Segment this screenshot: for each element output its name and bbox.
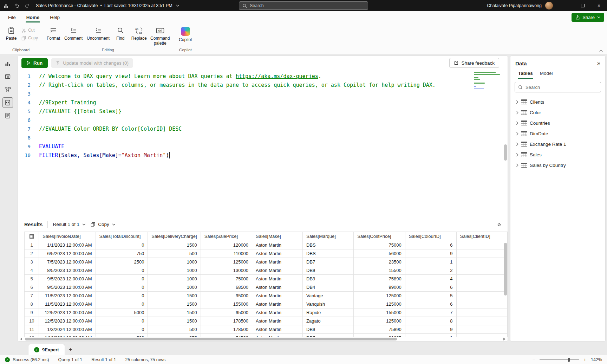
code-line[interactable]: // Right-click on tables, columns, or me… (39, 81, 508, 90)
chevron-right-icon[interactable] (516, 121, 518, 125)
cell[interactable]: 125000 (354, 317, 405, 325)
redo-icon[interactable] (25, 3, 30, 8)
minimize-button[interactable]: – (559, 0, 575, 11)
code-line[interactable]: // Welcome to DAX query view! Learn more… (39, 72, 508, 81)
chevron-right-icon[interactable] (516, 111, 518, 115)
cell[interactable]: 1/1/2023 12:00:00 AM (39, 241, 96, 249)
row-number[interactable]: 7 (25, 292, 39, 300)
cell[interactable]: Aston Martin (252, 292, 303, 300)
cell[interactable]: 95000 (201, 308, 252, 317)
cell[interactable]: Vanquish (303, 300, 354, 308)
cell[interactable]: 1/10/2024 12:00:00 AM (39, 334, 96, 337)
cell[interactable]: 1000 (148, 283, 201, 292)
row-number[interactable]: 3 (25, 258, 39, 266)
copilot-button[interactable]: Copilot (177, 24, 194, 43)
cell[interactable]: 0 (96, 241, 148, 249)
cell[interactable]: 1500 (148, 292, 201, 300)
cell[interactable]: 1 (405, 334, 456, 337)
cell[interactable]: Zagato (303, 317, 354, 325)
collapse-ribbon-button[interactable] (599, 50, 603, 52)
row-number[interactable]: 4 (25, 266, 39, 275)
cell[interactable]: DB9 (303, 266, 354, 275)
cell[interactable]: Aston Martin (252, 325, 303, 334)
dax-docs-link[interactable]: https://aka.ms/dax-queries (236, 73, 318, 79)
scroll-right-arrow[interactable] (503, 338, 505, 340)
cell[interactable]: 125000 (201, 258, 252, 266)
cell[interactable]: 500 (148, 325, 201, 334)
cell[interactable] (456, 300, 507, 308)
select-all-corner[interactable] (25, 232, 39, 241)
cell[interactable]: 1500 (148, 241, 201, 249)
close-button[interactable]: × (591, 0, 607, 11)
cell[interactable]: 11/5/2023 12:00:00 AM (39, 292, 96, 300)
collapse-results-button[interactable] (497, 222, 501, 227)
cell[interactable] (456, 292, 507, 300)
share-feedback-button[interactable]: Share feedback (449, 58, 499, 68)
cell[interactable]: 1500 (148, 308, 201, 317)
cell[interactable]: 7/5/2023 12:00:00 AM (39, 258, 96, 266)
query-tab-9expert[interactable]: ✓ 9Expert (28, 344, 65, 355)
cell[interactable]: 0 (96, 317, 148, 325)
data-table-item-clients[interactable]: Clients (513, 97, 603, 107)
cell[interactable]: 5 (405, 292, 456, 300)
row-number[interactable]: 10 (25, 317, 39, 325)
cell[interactable]: Aston Martin (252, 241, 303, 249)
cell[interactable]: 1000 (148, 266, 201, 275)
minimap[interactable] (474, 72, 502, 90)
results-vscroll-thumb[interactable] (504, 243, 507, 295)
cell[interactable]: 95000 (201, 292, 252, 300)
data-table-item-exchange-rate-1[interactable]: Exchange Rate 1 (513, 139, 603, 149)
cell[interactable]: 1500 (148, 317, 201, 325)
format-button[interactable]: Format (45, 24, 62, 42)
cell[interactable]: 1000 (148, 275, 201, 283)
ribbon-tab-home[interactable]: Home (21, 11, 45, 23)
column-header[interactable]: Sales[ColourID] (405, 232, 456, 241)
find-button[interactable]: Find (112, 24, 129, 42)
cell[interactable]: 31625 (354, 334, 405, 337)
cell[interactable]: Aston Martin (252, 317, 303, 325)
chevron-right-icon[interactable] (516, 153, 518, 157)
hscroll-thumb[interactable] (25, 338, 397, 340)
column-header[interactable]: Sales[ClientID] (456, 232, 507, 241)
cell[interactable]: 75890 (354, 325, 405, 334)
cell[interactable]: 56000 (354, 249, 405, 258)
cell[interactable]: 4 (405, 275, 456, 283)
cell[interactable]: 1500 (148, 300, 201, 308)
cell[interactable]: 6 (405, 241, 456, 249)
cell[interactable]: 0 (96, 300, 148, 308)
avatar[interactable] (545, 2, 553, 9)
cell[interactable]: 9 (405, 249, 456, 258)
cell[interactable] (456, 275, 507, 283)
dax-query-view-button[interactable] (2, 97, 13, 108)
cell[interactable]: 130000 (201, 266, 252, 275)
cell[interactable]: 75000 (201, 275, 252, 283)
cell[interactable]: DB7 (303, 258, 354, 266)
column-header[interactable]: Sales[InvoiceDate] (39, 232, 96, 241)
code-line[interactable]: EVALUATE (39, 142, 508, 151)
cell[interactable]: Aston Martin (252, 308, 303, 317)
column-header[interactable]: Sales[Make] (252, 232, 303, 241)
document-title[interactable]: Sales Performance - Chalaivate • Last sa… (36, 3, 180, 8)
cut-button[interactable]: Cut (21, 28, 38, 33)
zoom-slider-thumb[interactable] (568, 358, 570, 362)
zoom-slider[interactable] (540, 359, 579, 360)
cell[interactable]: 6/5/2023 12:00:00 AM (39, 249, 96, 258)
report-view-button[interactable] (2, 58, 13, 69)
code-line[interactable]: FILTER(Sales, Sales[Make]="Aston Martin"… (39, 151, 508, 160)
cell[interactable]: 1000 (148, 258, 201, 266)
cell[interactable]: 15500 (354, 266, 405, 275)
cell[interactable]: 0 (96, 266, 148, 275)
cell[interactable]: 99000 (354, 283, 405, 292)
column-header[interactable]: Sales[Marque] (303, 232, 354, 241)
tab-tables[interactable]: Tables (515, 68, 536, 79)
update-model-button[interactable]: Update model with changes (0) (51, 58, 133, 68)
cell[interactable]: 12/5/2023 12:00:00 AM (39, 308, 96, 317)
cell[interactable]: DBS (303, 241, 354, 249)
chevron-right-icon[interactable] (516, 100, 518, 104)
editor-code[interactable]: // Welcome to DAX query view! Learn more… (36, 70, 508, 217)
result-selector[interactable]: Result 1 of 1 (53, 222, 86, 227)
model-view-button[interactable] (2, 84, 13, 95)
cell[interactable]: 155000 (354, 308, 405, 317)
code-editor[interactable]: 12345678910 // Welcome to DAX query view… (18, 70, 508, 217)
maximize-button[interactable] (575, 0, 591, 11)
